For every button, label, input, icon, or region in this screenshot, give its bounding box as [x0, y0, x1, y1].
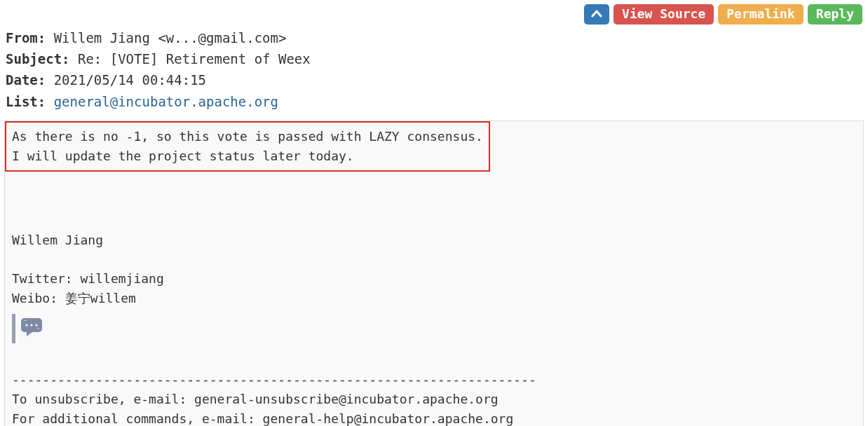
action-toolbar: View Source Permalink Reply [0, 0, 868, 27]
view-source-button[interactable]: View Source [613, 4, 714, 25]
from-label: From [6, 30, 38, 46]
permalink-button[interactable]: Permalink [718, 4, 803, 25]
help-line: For additional commands, e-mail: general… [12, 411, 513, 426]
highlight-line-2: I will update the project status later t… [12, 149, 354, 163]
chevron-up-icon [591, 9, 602, 19]
subject-value: Re: [VOTE] Retirement of Weex [78, 51, 311, 67]
unsubscribe-line: To unsubscribe, e-mail: general-unsubscr… [12, 392, 499, 406]
collapsed-quote[interactable]: “ ” [12, 314, 49, 343]
list-link[interactable]: general@incubator.apache.org [54, 94, 278, 109]
highlight-line-1: As there is no -1, so this vote is passe… [12, 129, 483, 144]
svg-text:”: ” [37, 327, 39, 332]
header-from: From: Willem Jiang <w...@gmail.com> [6, 27, 862, 48]
svg-point-2 [30, 324, 32, 327]
sig-twitter: Twitter: willemjiang [12, 271, 164, 286]
signature-block: Willem Jiang Twitter: willemjiang Weibo:… [5, 172, 863, 308]
list-label: List [6, 94, 38, 109]
subject-label: Subject [6, 51, 62, 67]
message-body: As there is no -1, so this vote is passe… [4, 121, 864, 426]
header-list: List: general@incubator.apache.org [6, 91, 862, 112]
sig-name: Willem Jiang [12, 233, 103, 247]
date-label: Date [6, 72, 38, 88]
divider: ----------------------------------------… [12, 372, 536, 387]
reply-button[interactable]: Reply [808, 4, 862, 25]
quote-icon: “ ” [20, 317, 45, 338]
sig-weibo: Weibo: 姜宁willem [12, 291, 136, 305]
svg-text:“: “ [24, 319, 26, 324]
header-subject: Subject: Re: [VOTE] Retirement of Weex [6, 48, 862, 69]
message-headers: From: Willem Jiang <w...@gmail.com> Subj… [0, 27, 868, 118]
collapse-button[interactable] [584, 4, 609, 25]
header-date: Date: 2021/05/14 00:44:15 [6, 69, 862, 90]
highlighted-passage: As there is no -1, so this vote is passe… [5, 121, 490, 172]
footer-block: ----------------------------------------… [5, 350, 863, 426]
from-value: Willem Jiang <w...@gmail.com> [54, 30, 287, 46]
date-value: 2021/05/14 00:44:15 [54, 72, 206, 88]
